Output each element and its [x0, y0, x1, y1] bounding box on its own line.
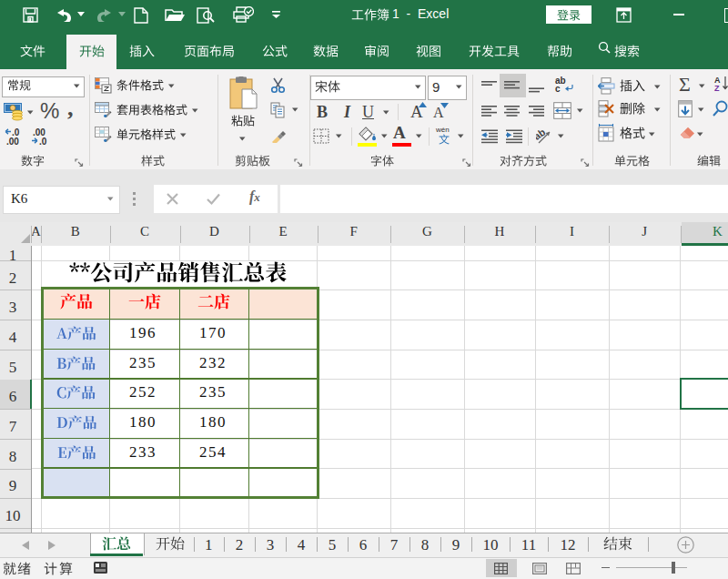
svg-text:.00: .00	[6, 137, 19, 146]
svg-text:.0: .0	[39, 137, 47, 146]
